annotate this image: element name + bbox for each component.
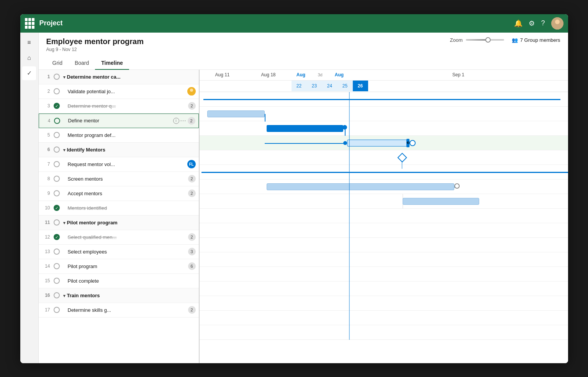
help-icon[interactable]: ? [541,19,545,27]
gantt-row-3 [200,121,568,136]
task-table: 1 ▾Determine mentor ca... 2 Validate pot… [39,70,200,363]
date-label-aug-month: Aug [292,72,311,77]
gantt-row-13 [200,267,568,282]
tab-timeline[interactable]: Timeline [95,57,129,70]
table-row: 11 ▾Pilot mentor program [39,216,199,230]
table-row: 7 Request mentor vol... FL [39,157,199,172]
gantt-milestone-5 [397,153,407,162]
sidebar-icons: ≡ ⌂ ✓ [20,33,39,363]
date-22: 22 [292,81,307,91]
header-right: Zoom 👥 7 Group members [450,37,560,43]
date-25: 25 [337,81,353,91]
table-row: 12 ✓ Select qualified men... 2 [39,230,199,245]
avatar: FL [187,160,196,168]
main-content: ≡ ⌂ ✓ Employee mentor program Aug 9 - No… [20,33,568,363]
gantt-row-8 [200,194,568,209]
table-row: 10 ✓ Mentors identified [39,201,199,216]
gantt-row-5 [200,150,568,165]
avatar [187,87,196,95]
gantt-row-10 [200,223,568,238]
table-row: 13 Select employees 3 [39,245,199,259]
gantt-row-14 [200,282,568,296]
project-area: Employee mentor program Aug 9 - Nov 12 Z… [39,33,568,363]
date-label-sep1: Sep 1 [349,72,568,77]
today-line [349,92,350,340]
gantt-row-2 [200,107,568,121]
date-26: 26 [353,81,368,91]
gantt-bar-1 [203,99,560,100]
gantt-bar-6 [201,172,568,173]
svg-point-1 [555,20,560,24]
resize-handle[interactable]: ⇔ [406,139,409,147]
svg-point-4 [190,89,193,92]
gantt-row-16 [200,311,568,325]
gantt-row-9 [200,209,568,223]
zoom-label: Zoom [450,37,463,43]
table-row[interactable]: 4 Define mentor i ⋯ 2 [39,114,199,128]
view-tabs: Grid Board Timeline [46,57,560,69]
table-row: 5 Mentor program def... [39,128,199,143]
gantt-container: 1 ▾Determine mentor ca... 2 Validate pot… [39,70,568,363]
project-header: Employee mentor program Aug 9 - Nov 12 Z… [39,33,568,70]
gantt-row-1 [200,92,568,107]
group-members-label: 7 Group members [520,37,560,43]
gantt-row-11 [200,238,568,252]
avatar[interactable] [551,17,563,30]
table-row: 8 Screen mentors 2 [39,172,199,186]
tab-grid[interactable]: Grid [46,57,69,70]
zoom-slider[interactable] [466,39,504,41]
gantt-bar-8 [403,198,479,205]
gantt-row-12 [200,252,568,267]
group-members[interactable]: 👥 7 Group members [512,37,560,43]
gantt-bar-2 [207,110,265,117]
date-23: 23 [307,81,322,91]
table-row: 2 Validate potential jo... [39,84,199,99]
table-row: 9 Accept mentors 2 [39,186,199,201]
group-members-icon: 👥 [512,37,518,43]
table-row: 17 Determine skills g... 2 [39,303,199,318]
gantt-row-4: ⇔ [200,136,568,150]
app-title: Project [39,19,63,27]
top-bar-icons: 🔔 ⚙ ? [514,17,563,30]
table-row: 16 ▾Train mentors [39,288,199,303]
top-bar: Project 🔔 ⚙ ? [20,14,568,33]
table-row: 14 Pilot program 6 [39,259,199,274]
sidebar-home-icon[interactable]: ⌂ [22,51,36,65]
date-label-3d: 3d [311,72,330,77]
gantt-row-6 [200,165,568,179]
sidebar-menu-icon[interactable]: ≡ [22,36,36,49]
gantt-row-17 [200,325,568,340]
date-24: 24 [322,81,337,91]
notification-icon[interactable]: 🔔 [514,19,522,28]
waffle-icon[interactable] [25,18,36,29]
project-title: Employee mentor program [46,37,144,46]
gantt-bar-7 [267,183,454,190]
date-label-aug18: Aug 18 [246,72,292,77]
date-label-aug2: Aug [330,72,349,77]
gantt-bar-3 [267,125,343,132]
timeline-area: Aug 11 Aug 18 Aug 3d Aug Sep 1 [200,70,568,363]
info-icon[interactable]: i [173,118,179,124]
table-row: 15 Pilot complete [39,274,199,288]
gantt-bar-4[interactable] [347,140,408,147]
table-row: 1 ▾Determine mentor ca... [39,70,199,84]
tab-board[interactable]: Board [69,57,95,70]
date-label-aug11: Aug 11 [200,72,246,77]
zoom-control: Zoom [450,37,504,43]
more-icon[interactable]: ⋯ [180,117,186,124]
project-dates: Aug 9 - Nov 12 [46,47,144,52]
table-row: 3 ✓ Determine mentor q... 2 [39,99,199,114]
gantt-row-7 [200,179,568,194]
table-row: 6 ▾Identify Mentors [39,143,199,157]
gantt-row-15 [200,296,568,311]
sidebar-check-icon[interactable]: ✓ [22,66,36,80]
gantt-body: ⇔ [200,92,568,340]
settings-icon[interactable]: ⚙ [529,19,535,28]
